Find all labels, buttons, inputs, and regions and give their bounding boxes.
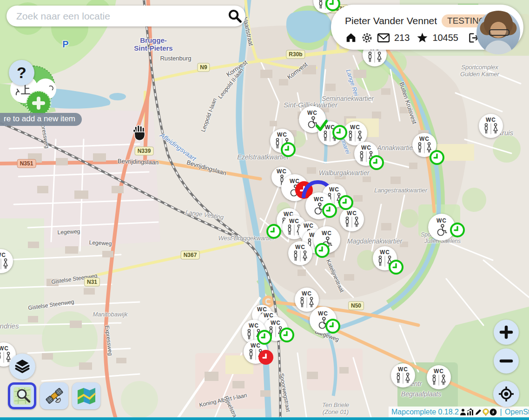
pencil-icon[interactable] bbox=[475, 408, 482, 416]
map-marker-toilet[interactable]: WC bbox=[412, 133, 436, 157]
toilet-figure-icon bbox=[317, 317, 330, 329]
marker-wc-label: WC bbox=[347, 210, 357, 216]
map-marker-toilet[interactable]: WC bbox=[391, 363, 415, 387]
map-marker-toilet[interactable]: WC bbox=[310, 307, 337, 334]
marker-wc-label: WC bbox=[361, 145, 371, 151]
map-marker-toilet[interactable]: WC bbox=[427, 365, 451, 389]
map-marker-toilet[interactable]: WC bbox=[313, 226, 340, 253]
basemap-satellite-button[interactable] bbox=[40, 382, 68, 409]
toilet-figure-icon bbox=[246, 329, 262, 341]
map-marker-toilet[interactable]: WC bbox=[264, 317, 288, 341]
user-panel: Pieter Vander Vennet TESTING bbox=[331, 5, 523, 50]
gear-icon bbox=[361, 32, 373, 44]
map-marker-toilet[interactable]: WC bbox=[318, 121, 342, 145]
marker-wc-label: WC bbox=[314, 197, 324, 202]
minus-icon bbox=[499, 354, 513, 368]
basemap-osm-button[interactable] bbox=[8, 382, 36, 409]
marker-wc-label: WC bbox=[329, 187, 339, 192]
marker-wc-label: WC bbox=[436, 218, 447, 223]
messages-button[interactable] bbox=[377, 32, 390, 43]
add-item-tooltip: re to add a new item bbox=[0, 113, 82, 126]
map-marker-toilet[interactable]: WC bbox=[373, 246, 397, 270]
basemap-map-button[interactable] bbox=[72, 382, 100, 409]
search-icon bbox=[228, 9, 243, 24]
attribution-separator: | bbox=[498, 408, 504, 416]
toilet-figure-icon bbox=[274, 138, 290, 150]
search-button[interactable] bbox=[225, 6, 245, 26]
avatar[interactable] bbox=[476, 11, 520, 54]
marker-wc-label: WC bbox=[318, 311, 328, 316]
geolocate-button[interactable] bbox=[493, 381, 519, 407]
attribution-icons bbox=[460, 408, 497, 416]
toilet-figure-icon bbox=[321, 236, 333, 249]
marker-wc-label: WC bbox=[302, 291, 312, 296]
toilet-figure-icon bbox=[289, 184, 301, 197]
map-marker-toilet[interactable]: WC bbox=[288, 241, 312, 265]
theme-color-strip bbox=[0, 417, 529, 420]
toilet-figure-icon bbox=[344, 217, 360, 228]
layers-icon bbox=[14, 358, 31, 375]
app-version[interactable]: Mapcomplete 0.18.2 bbox=[391, 408, 459, 416]
marker-wc-label: WC bbox=[350, 125, 360, 130]
marker-wc-label: WC bbox=[249, 323, 259, 328]
map-marker-toilet[interactable]: WC bbox=[479, 114, 503, 138]
osm-link[interactable]: OpenStreetMap bbox=[505, 408, 529, 416]
search-input[interactable] bbox=[15, 10, 225, 22]
toilet-figure-icon bbox=[248, 349, 264, 361]
toilet-figure-icon bbox=[299, 297, 315, 308]
marker-wc-label: WC bbox=[271, 320, 281, 326]
toilet-figure-icon bbox=[322, 131, 338, 142]
plus-icon bbox=[499, 325, 513, 339]
marker-wc-label: WC bbox=[325, 125, 335, 130]
marker-wc-label: WC bbox=[251, 343, 261, 348]
zoom-in-button[interactable] bbox=[494, 320, 519, 345]
satellite-icon bbox=[44, 386, 65, 406]
marker-wc-label: WC bbox=[295, 244, 305, 250]
map-marker-toilet[interactable]: WC bbox=[270, 129, 294, 153]
search-bar bbox=[7, 6, 245, 26]
map-marker-toilet[interactable]: WC bbox=[340, 207, 364, 231]
map-marker-toilet[interactable]: WC bbox=[295, 288, 319, 312]
marker-wc-label: WC bbox=[0, 346, 9, 351]
toilet-figure-icon bbox=[268, 326, 284, 338]
star-icon bbox=[417, 32, 428, 44]
marker-wc-label: WC bbox=[380, 249, 390, 255]
toilet-figure-icon bbox=[436, 224, 448, 236]
tooltip-text: re to add a new item bbox=[4, 114, 75, 123]
user-name: Pieter Vander Vennet bbox=[345, 15, 437, 26]
mapcomplete-app: Brugge- Sint-PietersRustenburgVaartstraa… bbox=[0, 0, 529, 420]
map-marker-toilet[interactable]: WC bbox=[428, 214, 455, 241]
map-marker-toilet[interactable]: WC bbox=[244, 340, 268, 364]
map-marker-toilet[interactable]: WC bbox=[354, 142, 378, 166]
marker-wc-label: WC bbox=[307, 110, 317, 116]
mastodon-icon[interactable] bbox=[489, 408, 497, 416]
help-button[interactable]: ? bbox=[9, 60, 34, 85]
marker-wc-label: WC bbox=[434, 368, 444, 374]
marker-wc-label: WC bbox=[486, 117, 496, 123]
marker-wc-label: WC bbox=[419, 136, 430, 142]
zoom-out-button[interactable] bbox=[494, 348, 519, 374]
home-icon bbox=[345, 32, 357, 44]
settings-button[interactable] bbox=[361, 32, 373, 44]
map-marker-toilet[interactable]: WC bbox=[281, 174, 308, 201]
toilet-figure-icon bbox=[377, 256, 393, 267]
toilet-figure-icon bbox=[358, 151, 374, 163]
toilet-figure-icon bbox=[483, 123, 499, 135]
toilet-figure-icon bbox=[0, 258, 9, 270]
changes-button[interactable] bbox=[417, 32, 428, 44]
map-marker-toilet[interactable]: WC bbox=[305, 192, 332, 219]
layers-button[interactable] bbox=[9, 354, 35, 380]
marker-wc-label: WC bbox=[0, 252, 6, 258]
toilet-figure-icon bbox=[347, 131, 363, 142]
marker-wc-label: WC bbox=[290, 178, 300, 184]
marker-wc-label: WC bbox=[289, 218, 299, 224]
toilet-figure-icon bbox=[317, 0, 333, 10]
home-button[interactable] bbox=[345, 32, 357, 44]
community-icon[interactable] bbox=[460, 408, 466, 416]
statistics-icon[interactable] bbox=[467, 408, 474, 416]
toilet-figure-icon bbox=[417, 142, 432, 154]
toilet-figure-icon bbox=[306, 116, 319, 129]
message-count: 213 bbox=[394, 33, 410, 43]
marker-wc-label: WC bbox=[322, 230, 332, 236]
toilet-figure-icon bbox=[292, 250, 308, 262]
